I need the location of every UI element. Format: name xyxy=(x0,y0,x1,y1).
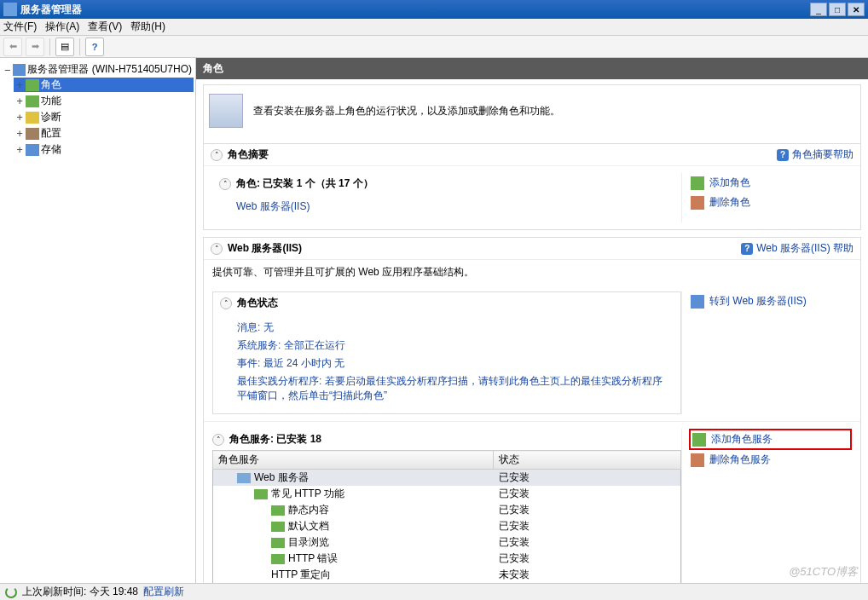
roles-count-label: 角色: 已安装 1 个（共 17 个） xyxy=(236,176,373,191)
tree-item-label: 诊断 xyxy=(41,110,61,124)
tree-item-icon xyxy=(26,112,39,124)
back-button: ⬅ xyxy=(3,38,22,56)
chevron-up-icon[interactable]: ˄ xyxy=(211,243,223,255)
col-name[interactable]: 角色服务 xyxy=(213,451,494,470)
role-services-table[interactable]: 角色服务 状态 Web 服务器已安装常见 HTTP 功能已安装静态内容已安装默认… xyxy=(212,450,681,583)
tree-item-label: 配置 xyxy=(41,126,61,141)
watermark: @51CTO博客 xyxy=(789,564,858,580)
toolbar-separator xyxy=(79,38,80,55)
tree-item-2[interactable]: +诊断 xyxy=(14,110,194,124)
table-row[interactable]: 目录浏览已安装 xyxy=(213,534,681,551)
remove-icon xyxy=(691,453,704,467)
expand-icon[interactable]: + xyxy=(15,144,24,156)
navigation-tree[interactable]: − 服务器管理器 (WIN-H751405U7HO) +角色+功能+诊断+配置+… xyxy=(0,58,196,583)
role-services-title: 角色服务: 已安装 18 xyxy=(229,432,321,447)
table-row[interactable]: 常见 HTTP 功能已安装 xyxy=(213,486,681,502)
remove-role-service-action[interactable]: 删除角色服务 xyxy=(689,450,852,470)
goto-iis-action[interactable]: 转到 Web 服务器(IIS) xyxy=(689,291,852,311)
tree-item-icon xyxy=(26,79,39,91)
col-state[interactable]: 状态 xyxy=(494,451,681,470)
status-bar: 上次刷新时间: 今天 19:48 配置刷新 xyxy=(0,583,868,600)
content-scroll[interactable]: 查看安装在服务器上角色的运行状况，以及添加或删除角色和功能。 ˄ 角色摘要 ? … xyxy=(196,79,868,583)
expand-icon[interactable]: + xyxy=(15,79,24,91)
menu-file[interactable]: 文件(F) xyxy=(3,20,37,34)
intro-panel: 查看安装在服务器上角色的运行状况，以及添加或删除角色和功能。 xyxy=(203,84,861,143)
service-icon xyxy=(271,505,285,516)
installed-role-link[interactable]: Web 服务器(IIS) xyxy=(236,200,310,212)
iis-title: Web 服务器(IIS) xyxy=(228,241,741,256)
goto-icon xyxy=(691,295,704,309)
close-button[interactable]: ✕ xyxy=(848,3,865,16)
toolbar: ⬅ ➡ ▤ ? xyxy=(0,36,868,58)
expand-icon[interactable]: + xyxy=(15,95,24,107)
table-row[interactable]: 默认文档已安装 xyxy=(213,518,681,534)
roles-large-icon xyxy=(209,94,243,128)
chevron-up-icon[interactable]: ˄ xyxy=(212,434,224,446)
table-row[interactable]: Web 服务器已安装 xyxy=(213,470,681,487)
add-role-action[interactable]: 添加角色 xyxy=(689,173,852,193)
help-icon: ? xyxy=(777,149,789,161)
table-row[interactable]: HTTP 错误已安装 xyxy=(213,551,681,567)
iis-help-link[interactable]: ? Web 服务器(IIS) 帮助 xyxy=(741,241,854,256)
expand-icon[interactable]: + xyxy=(15,112,24,124)
tree-item-4[interactable]: +存储 xyxy=(14,142,194,157)
window-titlebar: 服务器管理器 _ □ ✕ xyxy=(0,0,868,19)
table-row[interactable]: HTTP 重定向未安装 xyxy=(213,567,681,583)
forward-button: ➡ xyxy=(26,38,44,56)
tree-item-label: 存储 xyxy=(41,142,61,157)
add-role-service-action[interactable]: 添加角色服务 xyxy=(689,429,852,450)
table-row[interactable]: 静态内容已安装 xyxy=(213,502,681,518)
expand-icon[interactable]: + xyxy=(15,128,24,140)
tree-item-icon xyxy=(26,128,39,140)
expand-icon[interactable]: − xyxy=(3,64,11,76)
tree-item-icon xyxy=(26,144,39,156)
content-header: 角色 xyxy=(196,58,868,79)
maximize-button[interactable]: □ xyxy=(829,3,846,16)
help-icon: ? xyxy=(741,243,753,255)
window-title: 服务器管理器 xyxy=(20,3,808,17)
minimize-button[interactable]: _ xyxy=(810,3,827,16)
status-line: 最佳实践分析程序: 若要启动最佳实践分析程序扫描，请转到此角色主页上的最佳实践分… xyxy=(237,372,667,405)
service-icon xyxy=(254,489,268,499)
status-line: 消息: 无 xyxy=(237,319,667,337)
tree-item-label: 角色 xyxy=(41,78,61,92)
menu-help[interactable]: 帮助(H) xyxy=(130,20,165,34)
service-icon xyxy=(237,473,251,483)
chevron-up-icon[interactable]: ˄ xyxy=(219,178,231,190)
remove-role-action[interactable]: 删除角色 xyxy=(689,193,852,212)
remove-icon xyxy=(691,196,704,210)
tree-item-0[interactable]: +角色 xyxy=(14,78,194,92)
service-icon xyxy=(271,522,285,532)
add-icon xyxy=(691,176,704,190)
chevron-up-icon[interactable]: ˄ xyxy=(211,149,223,161)
status-line: 事件: 最近 24 小时内 无 xyxy=(237,355,667,372)
add-icon xyxy=(692,433,706,447)
chevron-up-icon[interactable]: ˄ xyxy=(220,297,232,309)
iis-description: 提供可靠、可管理并且可扩展的 Web 应用程序基础结构。 xyxy=(204,260,860,285)
role-status-title: 角色状态 xyxy=(237,296,278,310)
tree-item-label: 功能 xyxy=(41,94,61,108)
tree-item-3[interactable]: +配置 xyxy=(14,126,194,141)
menu-action[interactable]: 操作(A) xyxy=(45,20,79,34)
configure-refresh-link[interactable]: 配置刷新 xyxy=(143,585,184,599)
intro-text: 查看安装在服务器上角色的运行状况，以及添加或删除角色和功能。 xyxy=(253,104,560,118)
toolbar-separator xyxy=(49,38,50,55)
app-icon xyxy=(3,3,17,16)
summary-help-link[interactable]: ? 角色摘要帮助 xyxy=(777,147,854,162)
status-line: 系统服务: 全部正在运行 xyxy=(237,337,667,355)
service-icon xyxy=(271,538,285,548)
menu-bar: 文件(F) 操作(A) 查看(V) 帮助(H) xyxy=(0,19,868,36)
help-button[interactable]: ? xyxy=(85,38,104,56)
tree-item-icon xyxy=(26,95,39,107)
tree-root-label: 服务器管理器 (WIN-H751405U7HO) xyxy=(27,62,192,77)
refresh-icon xyxy=(5,586,17,598)
summary-title: 角色摘要 xyxy=(228,147,777,162)
iis-panel: ˄ Web 服务器(IIS) ? Web 服务器(IIS) 帮助 提供可靠、可管… xyxy=(203,237,861,583)
roles-summary-panel: ˄ 角色摘要 ? 角色摘要帮助 ˄ 角色: xyxy=(203,143,861,230)
last-refresh-label: 上次刷新时间: 今天 19:48 xyxy=(22,585,138,599)
properties-button[interactable]: ▤ xyxy=(55,38,74,56)
tree-item-1[interactable]: +功能 xyxy=(14,94,194,108)
menu-view[interactable]: 查看(V) xyxy=(88,20,122,34)
tree-root[interactable]: − 服务器管理器 (WIN-H751405U7HO) xyxy=(2,62,194,77)
server-icon xyxy=(13,64,26,76)
